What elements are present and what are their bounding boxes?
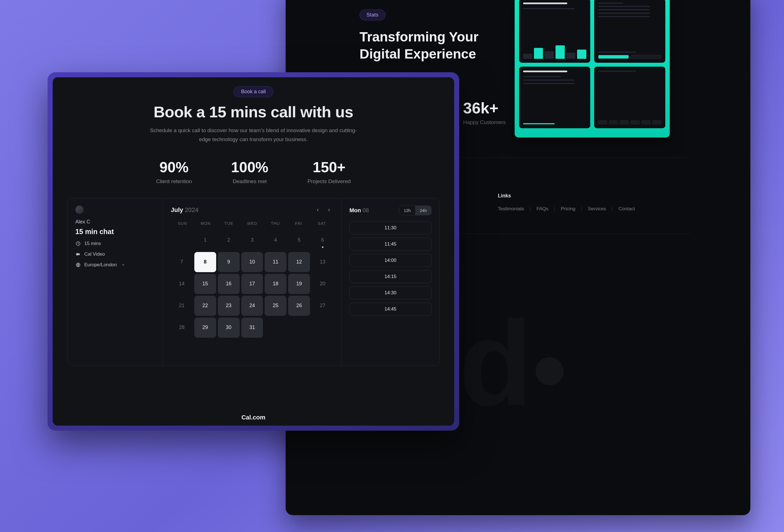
watermark-dot-icon	[536, 357, 564, 385]
stats-title-line1: Transforming Your	[360, 29, 478, 44]
calendar-day: 3	[241, 230, 263, 250]
dow-wed: WED	[241, 221, 264, 226]
calendar-day	[312, 317, 334, 338]
book-call-pill: Book a call	[233, 86, 273, 97]
format-24h-button[interactable]: 24h	[415, 206, 431, 215]
calendar-day-available[interactable]: 25	[264, 296, 286, 316]
dow-sat: SAT	[310, 221, 334, 226]
happy-customers-value: 36k+	[463, 99, 513, 117]
calendar-day-available[interactable]: 15	[194, 274, 216, 294]
chevron-down-icon	[121, 263, 125, 267]
format-12h-button[interactable]: 12h	[399, 206, 415, 215]
kpi-projects-label: Projects Delivered	[307, 178, 351, 185]
timezone-text: Europe/London	[84, 262, 117, 268]
stats-title: Transforming Your Digital Experience	[360, 28, 511, 63]
mock-panel-4	[594, 67, 665, 128]
location-text: Cal Video	[84, 251, 105, 257]
calendar-day-available[interactable]: 12	[288, 252, 310, 272]
calendar-day-today: 6	[312, 230, 334, 250]
mock-panel-3	[519, 67, 590, 128]
stats-block: Stats Transforming Your Digital Experien…	[360, 9, 511, 78]
time-slot[interactable]: 14:30	[349, 286, 431, 299]
kpi-retention-label: Client retention	[156, 178, 192, 185]
calendar-day-available[interactable]: 30	[218, 317, 240, 338]
calendar-day	[171, 230, 193, 250]
time-header: Mon 08 12h 24h	[349, 205, 431, 215]
video-icon	[75, 251, 81, 257]
calendar-day-available[interactable]: 18	[264, 274, 286, 294]
scheduler-calendar-panel: July 2024 SUN MON TUE WED	[163, 198, 341, 366]
time-slot[interactable]: 14:15	[349, 270, 431, 283]
dow-mon: MON	[194, 221, 217, 226]
time-slot[interactable]: 14:45	[349, 303, 431, 315]
calendar-year: 2024	[185, 206, 198, 214]
calendar-day: 5	[288, 230, 310, 250]
scheduler-brand: Cal.com	[53, 414, 454, 421]
footer-link-testimonials[interactable]: Testimonials	[498, 206, 524, 212]
time-slots: 11:30 11:45 14:00 14:15 14:30 14:45	[349, 222, 431, 315]
scheduler-times-panel: Mon 08 12h 24h 11:30 11:45 14:00 14:15 1…	[341, 198, 439, 366]
timezone-row[interactable]: Europe/London	[75, 262, 155, 268]
time-slot[interactable]: 11:30	[349, 222, 431, 234]
kpi-deadlines-label: Deadlines met	[231, 178, 268, 185]
clock-icon	[75, 241, 81, 246]
calendar-day: 4	[264, 230, 286, 250]
dow-fri: FRI	[287, 221, 310, 226]
stats-pill: Stats	[360, 9, 386, 21]
footer-link-faqs[interactable]: FAQs	[536, 206, 549, 212]
calendar-day-available[interactable]: 31	[241, 317, 263, 338]
product-mockup-frame	[515, 0, 670, 138]
footer-link-contact[interactable]: Contact	[618, 206, 635, 212]
dow-thu: THU	[264, 221, 287, 226]
dow-tue: TUE	[217, 221, 241, 226]
stats-title-line2: Digital Experience	[360, 47, 476, 61]
calendar-grid: 1 2 3 4 5 6 7 8 9 10 11 12 13 14 15 16	[171, 230, 334, 338]
booking-card: Book a call Book a 15 mins call with us …	[48, 72, 459, 431]
calendar-day-available[interactable]: 9	[218, 252, 240, 272]
calendar-day	[288, 317, 310, 338]
calendar-month: July	[171, 206, 183, 214]
globe-icon	[75, 262, 81, 268]
kpi-retention-value: 90%	[156, 159, 192, 175]
calendar-day: 21	[171, 296, 193, 316]
host-avatar	[75, 205, 84, 214]
duration-text: 15 mins	[84, 241, 101, 246]
calendar-day-available[interactable]: 29	[194, 317, 216, 338]
calendar-day-available[interactable]: 19	[288, 274, 310, 294]
calendar-day-selected[interactable]: 8	[194, 252, 216, 272]
calendar-day: 13	[312, 252, 334, 272]
prev-month-button[interactable]	[313, 205, 322, 215]
footer-link-services[interactable]: Services	[588, 206, 606, 212]
kpi-deadlines: 100% Deadlines met	[231, 159, 268, 185]
host-name: Alex C	[75, 219, 155, 225]
calendar-day-available[interactable]: 22	[194, 296, 216, 316]
kpi-projects: 150+ Projects Delivered	[307, 159, 351, 185]
booking-kpis: 90% Client retention 100% Deadlines met …	[65, 159, 442, 185]
footer-links-row: Testimonials| FAQs| Pricing| Services| C…	[498, 206, 677, 212]
footer-link-pricing[interactable]: Pricing	[561, 206, 576, 212]
calendar-day-available[interactable]: 24	[241, 296, 263, 316]
calendar-day-available[interactable]: 10	[241, 252, 263, 272]
time-slot[interactable]: 14:00	[349, 254, 431, 267]
calendar-nav	[313, 205, 334, 215]
calendar-day-available[interactable]: 23	[218, 296, 240, 316]
footer-links-heading: Links	[498, 193, 677, 199]
location-row: Cal Video	[75, 251, 155, 257]
next-month-button[interactable]	[325, 205, 334, 215]
mock-panel-1	[519, 0, 590, 63]
booking-title: Book a 15 mins call with us	[65, 103, 442, 121]
calendar-dow-row: SUN MON TUE WED THU FRI SAT	[171, 221, 334, 226]
calendar-day: 28	[171, 317, 193, 338]
kpi-deadlines-value: 100%	[231, 159, 268, 175]
booking-inner: Book a call Book a 15 mins call with us …	[53, 77, 454, 426]
happy-customers-block: 36k+ Happy Customers	[463, 99, 513, 125]
booking-description: Schedule a quick call to discover how ou…	[150, 126, 357, 144]
calendar-day-available[interactable]: 11	[264, 252, 286, 272]
calendar-day-available[interactable]: 17	[241, 274, 263, 294]
duration-row: 15 mins	[75, 241, 155, 246]
mock-panel-1-headline	[523, 2, 567, 4]
time-slot[interactable]: 11:45	[349, 238, 431, 251]
calendar-day-available[interactable]: 26	[288, 296, 310, 316]
dow-sun: SUN	[171, 221, 194, 226]
calendar-day-available[interactable]: 16	[218, 274, 240, 294]
